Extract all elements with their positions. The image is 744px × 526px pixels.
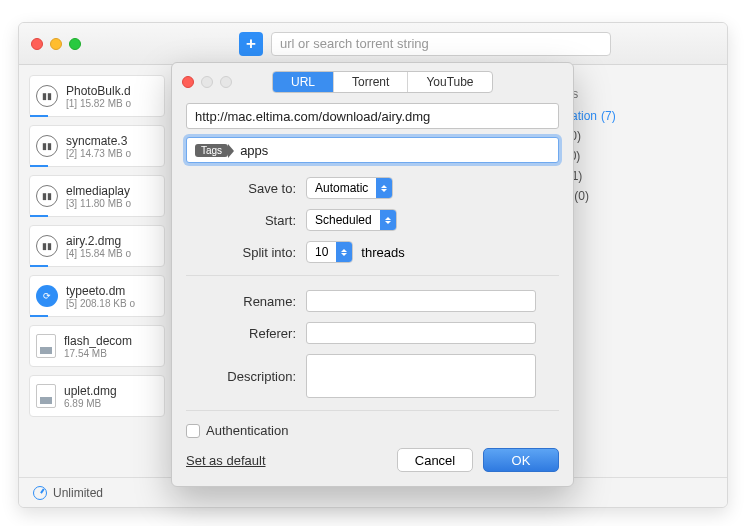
- item-sub: [4] 15.84 MB o: [66, 248, 131, 259]
- add-button[interactable]: +: [239, 32, 263, 56]
- list-item[interactable]: ▮▮ elmediaplay[3] 11.80 MB o: [29, 175, 165, 217]
- tags-chip-icon: Tags: [195, 144, 228, 157]
- pause-icon[interactable]: ▮▮: [36, 235, 58, 257]
- window-controls: [31, 38, 81, 50]
- add-url-dialog: URL Torrent YouTube http://mac.eltima.co…: [171, 62, 574, 487]
- tags-heading: Tags: [553, 87, 695, 101]
- list-item[interactable]: flash_decom17.54 MB: [29, 325, 165, 367]
- options-form: Save to: Automatic Start: Scheduled Spli…: [186, 177, 559, 263]
- minimize-icon[interactable]: [50, 38, 62, 50]
- start-select[interactable]: Scheduled: [306, 209, 397, 231]
- ok-button[interactable]: OK: [483, 448, 559, 472]
- pause-icon[interactable]: ▮▮: [36, 135, 58, 157]
- tab-youtube[interactable]: YouTube: [408, 72, 491, 92]
- auth-label: Authentication: [206, 423, 288, 438]
- tags-value: apps: [240, 143, 268, 158]
- url-input[interactable]: http://mac.eltima.com/download/airy.dmg: [186, 103, 559, 129]
- status-label: Unlimited: [53, 486, 103, 500]
- list-item[interactable]: uplet.dmg6.89 MB: [29, 375, 165, 417]
- start-label: Start:: [186, 213, 296, 228]
- search-input[interactable]: url or search torrent string: [271, 32, 611, 56]
- meta-form: Rename: Referer: Description:: [186, 290, 559, 398]
- list-item[interactable]: ▮▮ syncmate.3[2] 14.73 MB o: [29, 125, 165, 167]
- minimize-icon: [201, 76, 213, 88]
- tab-url[interactable]: URL: [273, 72, 334, 92]
- item-sub: 6.89 MB: [64, 398, 117, 409]
- titlebar: + url or search torrent string: [19, 23, 727, 65]
- tag-item[interactable]: ure(0): [553, 189, 695, 203]
- zoom-icon: [220, 76, 232, 88]
- chevron-updown-icon: [376, 178, 392, 198]
- dialog-window-controls: [182, 76, 232, 88]
- tag-item[interactable]: plication(7): [553, 109, 695, 123]
- list-item[interactable]: ▮▮ PhotoBulk.d[1] 15.82 MB o: [29, 75, 165, 117]
- close-icon[interactable]: [182, 76, 194, 88]
- item-sub: [2] 14.73 MB o: [66, 148, 131, 159]
- retry-icon[interactable]: ⟳: [36, 285, 58, 307]
- save-to-label: Save to:: [186, 181, 296, 196]
- description-input[interactable]: [306, 354, 536, 398]
- tab-torrent[interactable]: Torrent: [334, 72, 408, 92]
- item-sub: [3] 11.80 MB o: [66, 198, 131, 209]
- file-icon: [36, 384, 56, 408]
- tags-input[interactable]: Tags apps: [186, 137, 559, 163]
- item-name: syncmate.3: [66, 134, 131, 148]
- auth-checkbox[interactable]: [186, 424, 200, 438]
- rename-label: Rename:: [186, 294, 296, 309]
- item-name: uplet.dmg: [64, 384, 117, 398]
- referer-input[interactable]: [306, 322, 536, 344]
- zoom-icon[interactable]: [69, 38, 81, 50]
- pause-icon[interactable]: ▮▮: [36, 185, 58, 207]
- threads-select[interactable]: 10: [306, 241, 353, 263]
- tag-item[interactable]: ie(0): [553, 129, 695, 143]
- tag-item[interactable]: er(1): [553, 169, 695, 183]
- divider: [186, 275, 559, 276]
- pause-icon[interactable]: ▮▮: [36, 85, 58, 107]
- item-name: flash_decom: [64, 334, 132, 348]
- referer-label: Referer:: [186, 326, 296, 341]
- cancel-button[interactable]: Cancel: [397, 448, 473, 472]
- item-name: elmediaplay: [66, 184, 131, 198]
- chevron-updown-icon: [336, 242, 352, 262]
- item-name: typeeto.dm: [66, 284, 135, 298]
- list-item[interactable]: ▮▮ airy.2.dmg[4] 15.84 MB o: [29, 225, 165, 267]
- item-name: airy.2.dmg: [66, 234, 131, 248]
- chevron-updown-icon: [380, 210, 396, 230]
- download-list: ▮▮ PhotoBulk.d[1] 15.82 MB o ▮▮ syncmate…: [19, 65, 165, 477]
- rename-input[interactable]: [306, 290, 536, 312]
- divider: [186, 410, 559, 411]
- set-default-link[interactable]: Set as default: [186, 453, 266, 468]
- close-icon[interactable]: [31, 38, 43, 50]
- item-sub: [5] 208.18 KB o: [66, 298, 135, 309]
- source-tabs: URL Torrent YouTube: [272, 71, 493, 93]
- speed-icon: [33, 486, 47, 500]
- dialog-titlebar: URL Torrent YouTube: [172, 63, 573, 103]
- item-name: PhotoBulk.d: [66, 84, 131, 98]
- item-sub: 17.54 MB: [64, 348, 132, 359]
- save-to-select[interactable]: Automatic: [306, 177, 393, 199]
- split-label: Split into:: [186, 245, 296, 260]
- file-icon: [36, 334, 56, 358]
- threads-suffix: threads: [361, 245, 404, 260]
- list-item[interactable]: ⟳ typeeto.dm[5] 208.18 KB o: [29, 275, 165, 317]
- item-sub: [1] 15.82 MB o: [66, 98, 131, 109]
- description-label: Description:: [186, 369, 296, 384]
- tag-item[interactable]: ic(0): [553, 149, 695, 163]
